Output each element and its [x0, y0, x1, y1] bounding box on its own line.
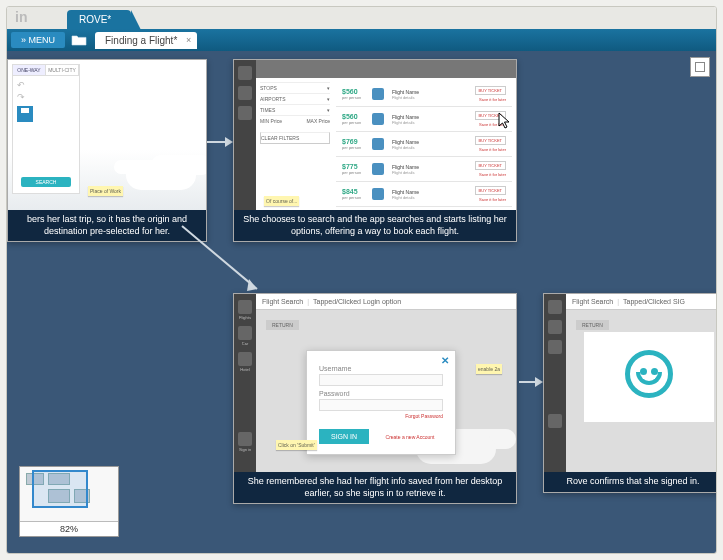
hotel-icon [238, 352, 252, 366]
clear-filters-button[interactable]: CLEAR FILTERS [260, 132, 330, 144]
buy-button[interactable]: BUY TICKET [475, 86, 506, 95]
price: $769 [342, 138, 372, 145]
app-logo: in [15, 9, 27, 25]
storyboard-frame-2[interactable]: STOPS▾ AIRPORTS▾ TIMES▾ MIN PriceMAX Pri… [233, 59, 517, 242]
price: $560 [342, 113, 372, 120]
sticky-note[interactable]: Click on 'Submit' [276, 440, 317, 450]
breadcrumb-item: Tapped/Clicked SIG [623, 298, 685, 305]
airline-icon [372, 163, 384, 175]
document-title: Finding a Flight* [105, 35, 177, 46]
storyboard-frame-4[interactable]: Flight Search | Tapped/Clicked SIG RETUR… [543, 293, 716, 493]
save-link[interactable]: Save it for later [475, 147, 506, 152]
close-icon[interactable]: × [186, 35, 191, 45]
save-link[interactable]: Save it for later [475, 97, 506, 102]
airline-icon [372, 138, 384, 150]
flight-name: Flight NameFlight details [388, 189, 475, 200]
signin-dialog: ✕ Username Password Forgot Password SIGN… [306, 350, 456, 455]
username-label: Username [319, 365, 443, 372]
storyboard-frame-1[interactable]: ONE-WAY MULTI-CITY ↶ ↷ SEARCH Place of W… [7, 59, 207, 242]
flights-icon [238, 300, 252, 314]
breadcrumb-item: Flight Search [572, 298, 613, 305]
results-list: $560per personFlight NameFlight detailsB… [336, 82, 512, 206]
sidebar-dark [234, 60, 256, 210]
airline-icon [372, 113, 384, 125]
search-panel: ONE-WAY MULTI-CITY ↶ ↷ SEARCH [12, 64, 80, 194]
car-icon [548, 320, 562, 334]
breadcrumb: Flight Search | Tapped/Clicked SIG [566, 294, 716, 310]
close-icon[interactable]: ✕ [441, 355, 449, 366]
signin-button[interactable]: SIGN IN [319, 429, 369, 444]
titlebar: in ROVE* [7, 7, 716, 29]
signin-icon [238, 432, 252, 446]
tab-return[interactable]: RETURN [576, 320, 609, 330]
undo-icon: ↶ [17, 80, 75, 90]
airline-icon [372, 188, 384, 200]
panel-toggle-icon[interactable] [690, 57, 710, 77]
flight-row[interactable]: $775per personFlight NameFlight detailsB… [336, 157, 512, 182]
minimap-viewport[interactable] [32, 470, 88, 508]
menu-button[interactable]: » MENU [11, 32, 65, 48]
flights-icon [548, 300, 562, 314]
sticky-note[interactable]: Place of Work [88, 186, 123, 196]
search-button[interactable]: SEARCH [21, 177, 71, 187]
username-input[interactable] [319, 374, 443, 386]
flight-row[interactable]: $769per personFlight NameFlight detailsB… [336, 132, 512, 157]
arrow-connector [177, 221, 277, 301]
folder-icon[interactable] [71, 33, 87, 47]
flight-row[interactable]: $560per personFlight NameFlight detailsB… [336, 107, 512, 132]
sidebar-dark: Flights Car Hotel Sign in [234, 294, 256, 472]
car-icon [238, 326, 252, 340]
tab-return[interactable]: RETURN [266, 320, 299, 330]
tab-multicity[interactable]: MULTI-CITY [46, 65, 79, 75]
screen-header [256, 60, 516, 78]
filter-panel: STOPS▾ AIRPORTS▾ TIMES▾ MIN PriceMAX Pri… [260, 82, 330, 144]
password-input[interactable] [319, 399, 443, 411]
flight-row[interactable]: $845per personFlight NameFlight detailsB… [336, 182, 512, 207]
app-frame: in ROVE* » MENU Finding a Flight* × ONE-… [6, 6, 717, 554]
chevron-down-icon: ▾ [327, 96, 330, 102]
flight-name: Flight NameFlight details [388, 139, 475, 150]
zoom-level[interactable]: 82% [20, 521, 118, 536]
breadcrumb-item: Flight Search [262, 298, 303, 305]
sticky-note[interactable]: Of course of... [264, 196, 299, 206]
frame-caption: She remembered she had her flight info s… [234, 472, 516, 503]
load-more-link[interactable]: Load Matching Flights [336, 207, 512, 210]
buy-button[interactable]: BUY TICKET [475, 136, 506, 145]
storyboard-canvas[interactable]: ONE-WAY MULTI-CITY ↶ ↷ SEARCH Place of W… [7, 51, 716, 553]
document-tab[interactable]: Finding a Flight* × [95, 32, 197, 49]
tab-oneway[interactable]: ONE-WAY [13, 65, 46, 75]
price: $845 [342, 188, 372, 195]
buy-button[interactable]: BUY TICKET [475, 111, 506, 120]
save-link[interactable]: Save it for later [475, 122, 506, 127]
buy-button[interactable]: BUY TICKET [475, 161, 506, 170]
arrow-head-icon [225, 137, 233, 147]
buy-button[interactable]: BUY TICKET [475, 186, 506, 195]
nav-icon [238, 66, 252, 80]
project-tab[interactable]: ROVE* [67, 10, 131, 29]
smiley-icon [625, 350, 673, 398]
nav-icon [238, 86, 252, 100]
frame-caption: Rove confirms that she signed in. [544, 472, 716, 492]
storyboard-frame-3[interactable]: Flights Car Hotel Sign in Flight Search … [233, 293, 517, 504]
save-icon [17, 106, 33, 122]
flight-name: Flight NameFlight details [388, 89, 475, 100]
flight-row[interactable]: $560per personFlight NameFlight detailsB… [336, 82, 512, 107]
hotel-icon [548, 340, 562, 354]
save-link[interactable]: Save it for later [475, 197, 506, 202]
save-link[interactable]: Save it for later [475, 172, 506, 177]
nav-icon [238, 106, 252, 120]
create-account-link[interactable]: Create a new Account [386, 434, 435, 440]
flight-name: Flight NameFlight details [388, 164, 475, 175]
redo-icon: ↷ [17, 92, 75, 102]
signin-icon [548, 414, 562, 428]
minimap[interactable]: 82% [19, 466, 119, 537]
password-label: Password [319, 390, 443, 397]
confirmation-card [584, 332, 714, 422]
flight-name: Flight NameFlight details [388, 114, 475, 125]
breadcrumb-item: Tapped/Clicked Login option [313, 298, 401, 305]
sticky-note[interactable]: enable 2a [476, 364, 502, 374]
sidebar-dark [544, 294, 566, 472]
price: $560 [342, 88, 372, 95]
forgot-link[interactable]: Forgot Password [405, 413, 443, 419]
airline-icon [372, 88, 384, 100]
